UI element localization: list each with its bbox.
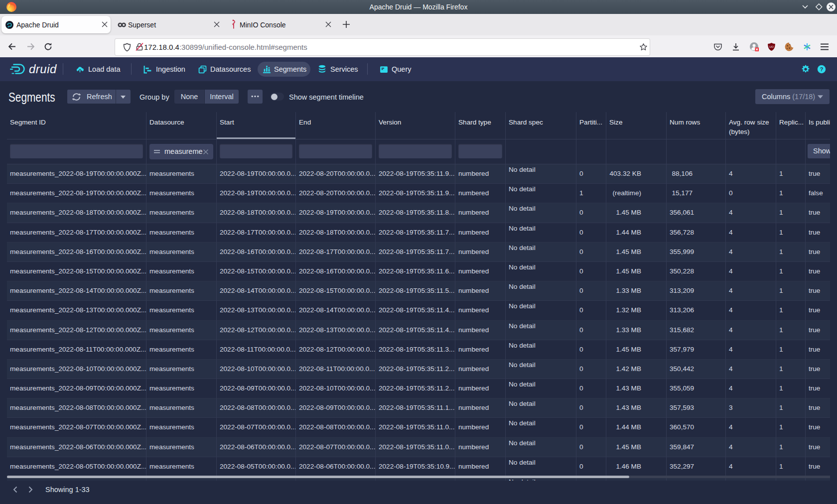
svg-text:?: ? (820, 66, 824, 72)
svg-text:UO: UO (769, 45, 774, 48)
